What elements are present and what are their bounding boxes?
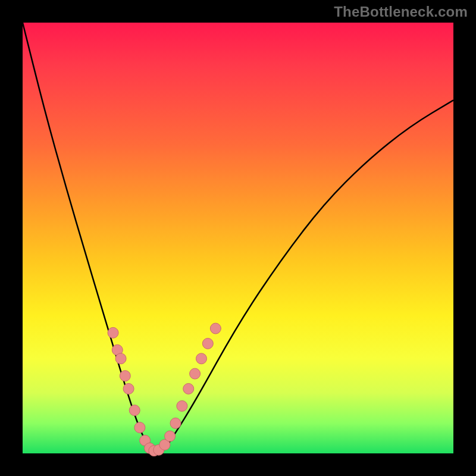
chart-frame: TheBottleneck.com (0, 0, 476, 476)
curve-dot (202, 338, 213, 349)
curve-dot (183, 383, 194, 394)
curve-dot (165, 431, 176, 441)
curve-dot (210, 323, 221, 334)
curve-dot (120, 371, 130, 381)
curve-dot (129, 405, 140, 416)
curve-dot (123, 383, 134, 394)
watermark-text: TheBottleneck.com (334, 4, 468, 20)
curve-dot (170, 418, 181, 428)
curve-dot (134, 422, 145, 433)
curve-dot (177, 400, 187, 411)
curve-dot (115, 353, 126, 364)
bottleneck-curve (23, 23, 453, 452)
curve-dot (196, 353, 206, 364)
chart-svg (23, 23, 453, 453)
curve-dots-group (108, 323, 221, 456)
curve-dot (190, 368, 201, 379)
curve-dot (108, 327, 118, 338)
